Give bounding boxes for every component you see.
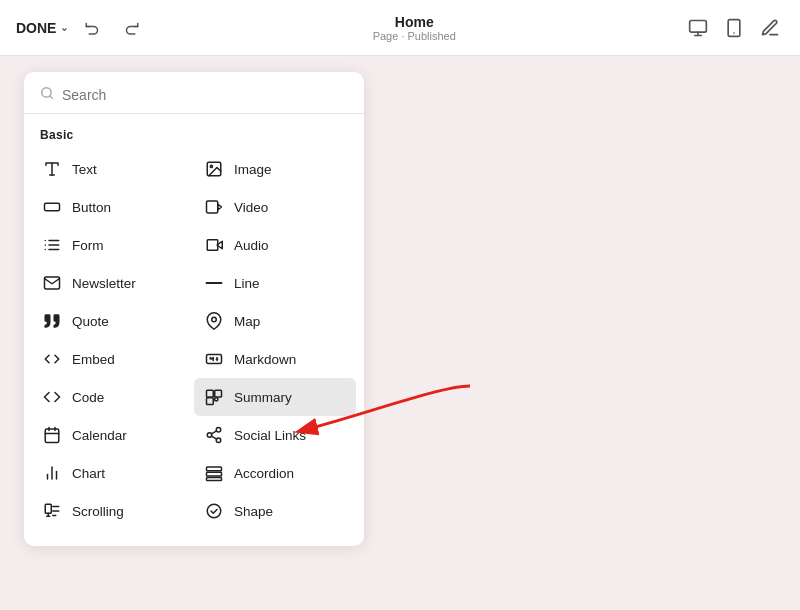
svg-rect-0 [690,20,707,32]
widget-item-shape[interactable]: Shape [194,492,356,530]
svg-rect-25 [207,390,214,397]
video-icon [204,197,224,217]
svg-rect-26 [215,390,222,397]
svg-line-36 [211,436,216,439]
svg-rect-28 [215,398,218,401]
svg-rect-3 [728,19,740,36]
widget-item-map[interactable]: Map [194,302,356,340]
chevron-down-icon: ⌄ [60,22,68,33]
undo-button[interactable] [80,15,106,41]
page-subtitle: Page · Published [373,30,456,42]
widget-label-button: Button [72,200,111,215]
widget-label-quote: Quote [72,314,109,329]
widget-item-image[interactable]: Image [194,150,356,188]
widget-item-text[interactable]: Text [32,150,194,188]
widget-label-chart: Chart [72,466,105,481]
widget-label-scrolling: Scrolling [72,504,124,519]
svg-point-48 [207,504,221,518]
widget-item-calendar[interactable]: Calendar [32,416,194,454]
edit-button[interactable] [756,14,784,42]
widget-label-shape: Shape [234,504,273,519]
svg-rect-20 [207,240,218,251]
scrolling-icon [42,501,62,521]
button-icon [42,197,62,217]
widget-item-summary[interactable]: Summary [194,378,356,416]
line-icon [204,273,224,293]
widget-label-map: Map [234,314,260,329]
summary-icon [204,387,224,407]
accordion-icon [204,463,224,483]
widget-label-video: Video [234,200,268,215]
widget-label-embed: Embed [72,352,115,367]
mobile-view-button[interactable] [720,14,748,42]
svg-point-23 [212,317,217,322]
widget-item-accordion[interactable]: Accordion [194,454,356,492]
widget-item-video[interactable]: Video [194,188,356,226]
embed-icon [42,349,62,369]
text-icon [42,159,62,179]
widget-label-form: Form [72,238,104,253]
social-links-icon [204,425,224,445]
widget-items-grid: Text Image Button Video [24,150,364,530]
map-icon [204,311,224,331]
calendar-icon [42,425,62,445]
svg-marker-13 [218,204,222,210]
widget-item-form[interactable]: Form [32,226,194,264]
widget-label-line: Line [234,276,260,291]
widget-item-chart[interactable]: Chart [32,454,194,492]
svg-rect-43 [207,478,222,481]
shape-icon [204,501,224,521]
search-input[interactable] [62,87,348,103]
widget-label-accordion: Accordion [234,466,294,481]
image-icon [204,159,224,179]
widget-panel: Basic Text Image Bu [24,72,364,546]
widget-item-line[interactable]: Line [194,264,356,302]
widget-item-markdown[interactable]: Markdown [194,340,356,378]
widget-label-summary: Summary [234,390,292,405]
widget-item-scrolling[interactable]: Scrolling [32,492,194,530]
audio-icon [204,235,224,255]
widget-label-calendar: Calendar [72,428,127,443]
search-icon [40,86,54,103]
widget-label-text: Text [72,162,97,177]
newsletter-icon [42,273,62,293]
widget-item-newsletter[interactable]: Newsletter [32,264,194,302]
widget-label-code: Code [72,390,104,405]
widget-item-button[interactable]: Button [32,188,194,226]
widget-label-audio: Audio [234,238,269,253]
chart-icon [42,463,62,483]
main-canvas: Basic Text Image Bu [0,56,800,610]
svg-rect-12 [207,201,218,213]
topbar-right [684,14,784,42]
quote-icon [42,311,62,331]
redo-button[interactable] [118,15,144,41]
topbar-left: DONE ⌄ [16,15,144,41]
widget-label-social-links: Social Links [234,428,306,443]
widget-item-social-links[interactable]: Social Links [194,416,356,454]
widget-item-code[interactable]: Code [32,378,194,416]
widget-item-quote[interactable]: Quote [32,302,194,340]
code-icon [42,387,62,407]
svg-point-10 [210,165,212,167]
page-title: Home [373,14,456,30]
desktop-view-button[interactable] [684,14,712,42]
search-container [24,86,364,114]
done-button[interactable]: DONE ⌄ [16,20,68,36]
svg-rect-42 [207,472,222,476]
widget-item-audio[interactable]: Audio [194,226,356,264]
search-box [40,86,348,103]
topbar-center: Home Page · Published [373,14,456,42]
section-basic-label: Basic [24,124,364,150]
widget-item-embed[interactable]: Embed [32,340,194,378]
form-icon [42,235,62,255]
widget-label-markdown: Markdown [234,352,296,367]
svg-line-6 [50,96,53,99]
done-label: DONE [16,20,56,36]
svg-rect-29 [45,429,59,443]
widget-label-image: Image [234,162,272,177]
svg-line-37 [211,431,216,434]
svg-rect-27 [207,398,214,405]
svg-rect-11 [45,203,60,211]
topbar: DONE ⌄ Home Page · Published [0,0,800,56]
svg-rect-44 [45,504,51,513]
